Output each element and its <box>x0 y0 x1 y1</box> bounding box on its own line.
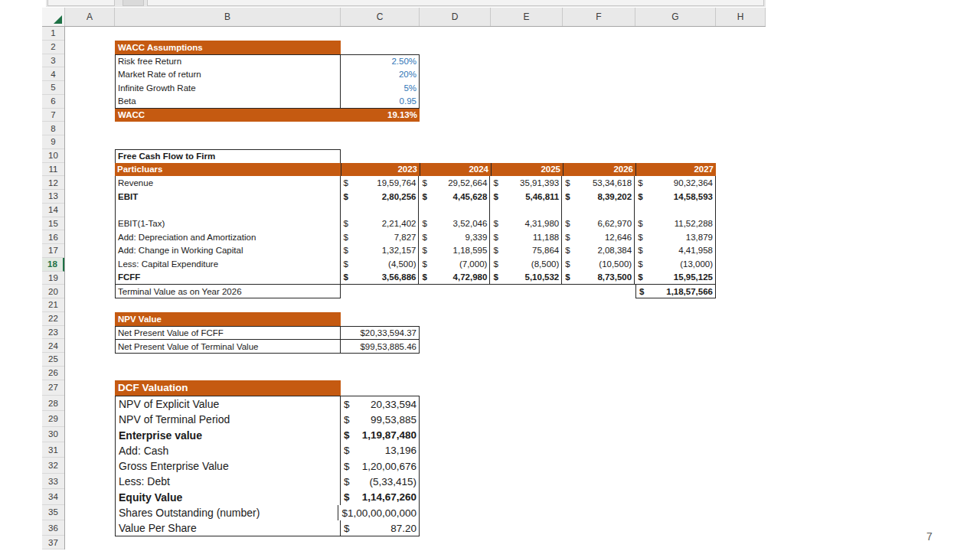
fcff-value-cell[interactable]: $11,188 <box>490 230 562 244</box>
row-header-21[interactable]: 21 <box>42 298 64 312</box>
wacc-value-cell[interactable]: 20% <box>341 68 419 81</box>
row-header-1[interactable]: 1 <box>42 27 64 41</box>
fcff-label-cell[interactable]: Revenue <box>116 176 341 190</box>
fcff-value-cell[interactable]: $4,45,628 <box>419 190 490 204</box>
wacc-title-cell[interactable]: WACC Assumptions <box>115 41 341 54</box>
fcff-value-cell[interactable]: $90,32,364 <box>635 176 715 190</box>
terminal-value-label-cell[interactable]: Terminal Value as on Year 2026 <box>115 285 341 298</box>
fcff-value-cell[interactable] <box>635 204 715 217</box>
dcf-value-cell[interactable]: $1,14,67,260 <box>341 490 419 505</box>
fcff-year-header-2026[interactable]: 2026 <box>563 163 635 177</box>
fcff-label-cell[interactable]: Add: Depreciation and Amortization <box>116 230 341 244</box>
fcff-value-cell[interactable]: $14,58,593 <box>635 190 715 204</box>
wacc-label-cell[interactable]: Beta <box>116 94 341 107</box>
row-header-36[interactable]: 36 <box>42 520 64 536</box>
wacc-label-cell[interactable]: Infinite Growth Rate <box>116 81 341 94</box>
dcf-label-cell[interactable]: Shares Outstanding (number) <box>116 505 338 520</box>
row-header-5[interactable]: 5 <box>42 81 64 95</box>
row-header-4[interactable]: 4 <box>42 67 64 81</box>
fcff-value-cell[interactable]: $2,80,256 <box>341 190 420 204</box>
fcff-value-cell[interactable]: $11,52,288 <box>635 217 715 230</box>
wacc-value-cell[interactable]: 0.95 <box>341 94 419 107</box>
row-header-28[interactable]: 28 <box>42 396 64 411</box>
row-header-31[interactable]: 31 <box>42 442 64 458</box>
fcff-value-cell[interactable]: $5,46,811 <box>490 190 562 204</box>
fcff-year-header-2023[interactable]: 2023 <box>341 163 420 177</box>
fcff-value-cell[interactable]: $3,56,886 <box>341 271 420 285</box>
row-header-24[interactable]: 24 <box>42 339 64 353</box>
fcff-value-cell[interactable]: $4,72,980 <box>419 271 490 285</box>
npv-terminal-label-cell[interactable]: Net Present Value of Terminal Value <box>116 340 341 353</box>
row-header-27[interactable]: 27 <box>42 380 64 396</box>
fcff-value-cell[interactable]: $19,59,764 <box>341 176 420 190</box>
terminal-value-cell[interactable]: $ 1,18,57,566 <box>635 285 716 298</box>
row-header-8[interactable]: 8 <box>42 122 64 135</box>
dcf-label-cell[interactable]: NPV of Terminal Period <box>116 412 341 427</box>
fcff-label-cell[interactable]: Add: Change in Working Capital <box>116 243 341 257</box>
fcff-value-cell[interactable]: $2,21,402 <box>341 217 420 230</box>
fcff-value-cell[interactable]: $8,39,202 <box>562 190 635 204</box>
row-header-34[interactable]: 34 <box>42 489 64 504</box>
fcff-value-cell[interactable]: $3,52,046 <box>419 217 490 230</box>
row-header-3[interactable]: 3 <box>42 54 64 68</box>
fcff-value-cell[interactable]: $12,646 <box>562 230 635 244</box>
row-header-6[interactable]: 6 <box>42 95 64 109</box>
column-header-A[interactable]: A <box>65 8 115 26</box>
fcff-label-cell[interactable] <box>116 204 341 217</box>
npv-fcff-label-cell[interactable]: Net Present Value of FCFF <box>116 327 341 340</box>
fcff-value-cell[interactable]: $(13,000) <box>635 257 715 271</box>
row-header-12[interactable]: 12 <box>42 176 64 190</box>
fcff-value-cell[interactable]: $15,95,125 <box>635 271 715 285</box>
row-header-20[interactable]: 20 <box>42 285 64 298</box>
fcff-label-cell[interactable]: Less: Capital Expenditure <box>116 257 341 271</box>
fcff-value-cell[interactable] <box>419 204 490 217</box>
wacc-total-row[interactable]: WACC 19.13% <box>115 109 420 122</box>
dcf-value-cell[interactable]: $1,20,00,676 <box>341 458 419 474</box>
column-header-C[interactable]: C <box>341 8 420 26</box>
fcff-value-cell[interactable]: $8,73,500 <box>562 271 635 285</box>
fcff-value-cell[interactable]: $2,08,384 <box>562 243 635 257</box>
dcf-value-cell[interactable]: $99,53,885 <box>341 412 419 427</box>
wacc-label-cell[interactable]: Risk free Return <box>116 55 341 68</box>
npv-title-cell[interactable]: NPV Value <box>115 312 341 326</box>
wacc-value-cell[interactable]: 2.50% <box>341 55 419 68</box>
column-header-G[interactable]: G <box>635 8 716 26</box>
fcff-value-cell[interactable]: $6,62,970 <box>562 217 635 230</box>
row-header-10[interactable]: 10 <box>42 149 64 163</box>
fcff-value-cell[interactable]: $9,339 <box>419 230 490 244</box>
row-header-30[interactable]: 30 <box>42 427 64 442</box>
dcf-label-cell[interactable]: NPV of Explicit Value <box>116 396 341 412</box>
row-header-7[interactable]: 7 <box>42 109 64 122</box>
fcff-value-cell[interactable]: $13,879 <box>635 230 715 244</box>
dcf-value-cell[interactable]: $1,19,87,480 <box>341 427 419 442</box>
fcff-title-cell[interactable]: Free Cash Flow to Firm <box>115 149 341 163</box>
dcf-title-cell[interactable]: DCF Valuation <box>115 380 341 396</box>
wacc-label-cell[interactable]: Market Rate of return <box>116 68 341 81</box>
row-header-25[interactable]: 25 <box>42 353 64 367</box>
dcf-label-cell[interactable]: Gross Enterprise Value <box>116 458 341 474</box>
fcff-value-cell[interactable]: $4,41,958 <box>635 243 715 257</box>
fcff-value-cell[interactable]: $(8,500) <box>490 257 562 271</box>
row-header-16[interactable]: 16 <box>42 230 64 244</box>
row-header-15[interactable]: 15 <box>42 217 64 231</box>
fcff-particulars-header-cell[interactable]: Particluars <box>115 163 341 177</box>
npv-terminal-value-cell[interactable]: $99,53,885.46 <box>341 340 419 353</box>
row-header-2[interactable]: 2 <box>42 41 64 54</box>
formula-input[interactable] <box>147 0 764 6</box>
fcff-label-cell[interactable]: FCFF <box>116 271 341 285</box>
npv-fcff-value-cell[interactable]: $20,33,594.37 <box>341 327 419 340</box>
fcff-value-cell[interactable]: $4,31,980 <box>490 217 562 230</box>
row-header-26[interactable]: 26 <box>42 367 64 380</box>
fcff-value-cell[interactable]: $(4,500) <box>341 257 420 271</box>
fcff-year-header-2024[interactable]: 2024 <box>420 163 491 177</box>
fcff-value-cell[interactable]: $75,864 <box>490 243 562 257</box>
fcff-value-cell[interactable]: $7,827 <box>341 230 420 244</box>
fcff-label-cell[interactable]: EBIT <box>116 190 341 204</box>
fcff-value-cell[interactable]: $(7,000) <box>419 257 490 271</box>
fx-button[interactable] <box>122 0 144 6</box>
select-all-button[interactable] <box>42 8 65 26</box>
column-header-F[interactable]: F <box>563 8 635 26</box>
fcff-label-cell[interactable]: EBIT(1-Tax) <box>116 217 341 230</box>
fcff-value-cell[interactable]: $53,34,618 <box>562 176 635 190</box>
row-header-13[interactable]: 13 <box>42 190 64 204</box>
